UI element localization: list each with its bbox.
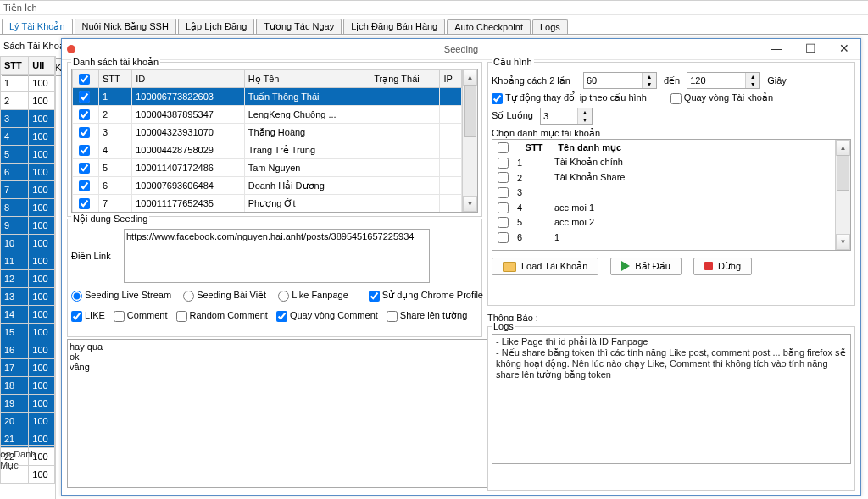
table-row[interactable]: 4100004428758029Trăng Trẻ Trung <box>73 141 462 159</box>
table-row[interactable]: 4acc moi 1 <box>494 201 626 214</box>
comments-box[interactable]: hay qua ok vâng <box>67 339 487 488</box>
row-checkbox[interactable] <box>498 172 509 183</box>
col-header[interactable]: Họ Tên <box>244 70 370 88</box>
accounts-grid[interactable]: STTIDHọ TênTrạng TháiIP 1100006773822603… <box>71 69 478 213</box>
scroll-down-icon[interactable]: ▼ <box>463 196 477 212</box>
table-row[interactable]: 1100006773822603Tuấn Thông Thái <box>73 88 462 106</box>
col-header[interactable] <box>73 70 99 88</box>
row-checkbox[interactable] <box>79 180 90 191</box>
row-checkbox[interactable] <box>79 163 90 174</box>
load-accounts-button[interactable]: Load Tài Khoản <box>492 258 598 275</box>
minimize-icon[interactable]: — <box>764 41 789 56</box>
table-row[interactable]: 2100004387895347LengKeng Chuông ... <box>73 106 462 124</box>
gap-from-input[interactable]: ▲▼ <box>583 72 657 89</box>
spinner-down-icon[interactable]: ▼ <box>578 116 592 124</box>
select-all-checkbox[interactable] <box>498 142 509 153</box>
cycle-accounts-checkbox[interactable]: Quay vòng Tài khoản <box>670 92 773 104</box>
bg-row[interactable]: 8100 <box>1 199 55 217</box>
col-header[interactable]: ID <box>132 70 245 88</box>
auto-ip-checkbox[interactable]: Tự động thay đổi ip theo cấu hình <box>492 92 647 104</box>
bg-row[interactable]: 16100 <box>1 341 55 359</box>
seeding-mode-radio[interactable]: Like Fanpage <box>278 290 348 300</box>
row-checkbox[interactable] <box>79 91 90 103</box>
row-checkbox[interactable] <box>79 127 90 138</box>
menu-item[interactable]: Tiện Ích <box>3 3 37 14</box>
tab-auto-checkpoint[interactable]: Auto Checkpoint <box>447 19 531 34</box>
spinner-down-icon[interactable]: ▼ <box>746 80 760 88</box>
scroll-up-icon[interactable]: ▲ <box>463 69 477 86</box>
scrollbar[interactable]: ▲ ▼ <box>462 69 477 212</box>
bg-row[interactable]: 2100 <box>1 92 55 110</box>
bg-row[interactable]: 18100 <box>1 377 55 395</box>
bg-row[interactable]: 14100 <box>1 306 55 324</box>
bg-row[interactable]: 9100 <box>1 217 55 235</box>
bg-row[interactable]: 5100 <box>1 146 55 164</box>
spinner-up-icon[interactable]: ▲ <box>746 73 760 80</box>
scroll-thumb[interactable] <box>837 155 849 191</box>
option-checkbox[interactable]: Share lên tường <box>387 310 467 322</box>
tab-lập-lịch-đăng[interactable]: Lập Lịch Đăng <box>178 19 254 34</box>
scroll-thumb[interactable] <box>464 85 476 137</box>
col-header[interactable]: Tên danh mục <box>554 141 626 155</box>
table-row[interactable]: 61 <box>494 230 626 244</box>
option-checkbox[interactable]: Quay vòng Comment <box>276 310 378 322</box>
bg-row[interactable]: 6100 <box>1 164 55 181</box>
row-checkbox[interactable] <box>498 232 509 243</box>
col-header[interactable]: STT <box>516 141 552 155</box>
tab-tương-tác-ngay[interactable]: Tương Tác Ngay <box>256 19 342 34</box>
col-header[interactable] <box>494 141 515 155</box>
table-row[interactable]: 7100011177652435Phượng Ớt <box>73 195 462 213</box>
stop-button[interactable]: Dừng <box>693 258 752 275</box>
table-row[interactable]: 2Tài Khoản Share <box>494 171 626 185</box>
option-checkbox[interactable]: Random Comment <box>176 310 268 322</box>
bg-row[interactable]: 15100 <box>1 324 55 341</box>
scroll-up-icon[interactable]: ▲ <box>836 140 850 156</box>
titlebar[interactable]: Seeding — ☐ ✕ <box>62 39 860 60</box>
scrollbar[interactable]: ▲ ▼ <box>835 140 850 250</box>
select-all-checkbox[interactable] <box>79 74 90 85</box>
bg-col-uii[interactable]: UII <box>29 57 55 75</box>
bg-row[interactable]: 7100 <box>1 181 55 199</box>
row-checkbox[interactable] <box>79 109 90 120</box>
spinner-up-icon[interactable]: ▲ <box>578 108 592 116</box>
bg-row[interactable]: 10100 <box>1 235 55 252</box>
col-header[interactable]: STT <box>99 70 132 88</box>
link-input[interactable] <box>124 229 430 283</box>
row-checkbox[interactable] <box>79 145 90 156</box>
tab-lý-tài-khoản[interactable]: Lý Tài Khoản <box>2 19 73 34</box>
row-checkbox[interactable] <box>498 217 509 228</box>
table-row[interactable]: 1Tài Khoản chính <box>494 156 626 169</box>
tab-nuôi-nick-bằng-ssh[interactable]: Nuôi Nick Bằng SSH <box>75 19 176 34</box>
bg-row[interactable]: 3100 <box>1 110 55 128</box>
col-header[interactable]: Trạng Thái <box>370 70 440 88</box>
row-checkbox[interactable] <box>498 202 509 213</box>
start-button[interactable]: Bắt Đầu <box>610 258 682 275</box>
bg-row[interactable]: 19100 <box>1 395 55 413</box>
threads-input[interactable]: ▲▼ <box>540 108 593 125</box>
bg-row[interactable]: 11100 <box>1 252 55 270</box>
bg-row[interactable]: 13100 <box>1 288 55 306</box>
scroll-down-icon[interactable]: ▼ <box>836 234 850 250</box>
seeding-mode-radio[interactable]: Seeding Bài Viết <box>183 290 266 300</box>
close-icon[interactable]: ✕ <box>832 41 857 56</box>
table-row[interactable]: 5acc moi 2 <box>494 216 626 230</box>
tab-logs[interactable]: Logs <box>532 19 568 34</box>
bg-row[interactable]: 4100 <box>1 128 55 146</box>
row-checkbox[interactable] <box>498 187 509 198</box>
option-checkbox[interactable]: Comment <box>114 310 168 322</box>
gap-to-input[interactable]: ▲▼ <box>687 72 760 89</box>
tab-lịch-đăng-bán-hàng[interactable]: Lịch Đăng Bán Hàng <box>343 19 445 34</box>
categories-grid[interactable]: STTTên danh mục 1Tài Khoản chính2Tài Kho… <box>492 139 851 251</box>
spinner-up-icon[interactable]: ▲ <box>643 73 656 80</box>
col-header[interactable]: IP <box>440 70 462 88</box>
bg-col-stt[interactable]: STT <box>1 57 29 75</box>
row-checkbox[interactable] <box>498 158 509 169</box>
maximize-icon[interactable]: ☐ <box>798 41 823 56</box>
bg-row[interactable]: 17100 <box>1 359 55 377</box>
seeding-mode-radio[interactable]: Seeding Live Stream <box>71 290 171 300</box>
chrome-profile-checkbox[interactable]: Sử dụng Chrome Profile <box>369 290 483 302</box>
bg-row[interactable]: 12100 <box>1 270 55 288</box>
table-row[interactable]: 6100007693606484Doanh Hải Dương <box>73 177 462 195</box>
bg-row[interactable]: 20100 <box>1 413 55 430</box>
spinner-down-icon[interactable]: ▼ <box>643 80 656 88</box>
